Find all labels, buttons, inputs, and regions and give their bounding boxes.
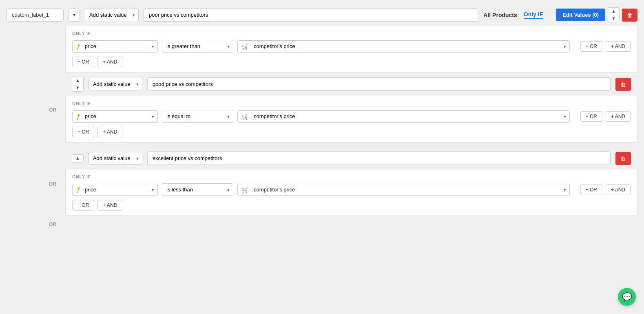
reorder-up-1[interactable]: ▲ bbox=[72, 77, 83, 84]
or-button-1[interactable]: + OR bbox=[72, 57, 94, 67]
condition-val-wrapper-1: 🛒 competitor's price bbox=[237, 40, 570, 53]
reorder-group-top: ▲ ▼ bbox=[608, 7, 620, 22]
value-input-1[interactable] bbox=[144, 8, 478, 22]
delete-btn-2[interactable]: 🗑 bbox=[615, 152, 631, 165]
chat-button[interactable]: 💬 bbox=[618, 288, 636, 306]
f-icon-2: ƒ bbox=[77, 113, 80, 120]
or-button-inline-3[interactable]: + OR bbox=[580, 184, 602, 195]
only-if-label-3: ONLY IF bbox=[72, 174, 631, 179]
or-button-3[interactable]: + OR bbox=[72, 200, 94, 211]
or-label-2: OR bbox=[46, 180, 59, 188]
f-icon-1: ƒ bbox=[77, 43, 80, 50]
field-dropdown-btn[interactable]: ▾ bbox=[69, 9, 80, 22]
top-right-actions: Edit Values (0) ▲ ▼ 🗑 bbox=[556, 7, 637, 22]
condition-row-3: ƒ price is less than is equal to is grea… bbox=[72, 183, 631, 196]
condition-field-select-1[interactable]: price bbox=[83, 43, 153, 49]
chat-icon: 💬 bbox=[622, 292, 632, 302]
value-type-select[interactable]: Add static value bbox=[85, 9, 138, 21]
condition-val-wrapper-2: 🛒 competitor's price bbox=[237, 110, 570, 123]
bottom-or-row: OR bbox=[0, 221, 644, 228]
value-input-2[interactable] bbox=[147, 77, 611, 91]
bottom-or-connector: OR bbox=[0, 221, 65, 228]
f-icon-3: ƒ bbox=[77, 187, 80, 193]
or-button-inline-1[interactable]: + OR bbox=[580, 41, 602, 52]
or-connector-1: OR bbox=[0, 72, 65, 147]
condition-op-select-1[interactable]: is greater than is equal to is less than bbox=[162, 40, 212, 52]
only-if-label-2: ONLY IF bbox=[72, 101, 631, 106]
or-and-buttons-right-3: + OR + AND bbox=[580, 184, 631, 195]
bottom-or-label: OR bbox=[46, 221, 59, 228]
condition-row-1: ƒ price is greater than is equal to is l… bbox=[72, 40, 631, 53]
condition-field-wrapper-2: ƒ price bbox=[72, 110, 158, 123]
or-and-row-1: + OR + AND bbox=[72, 57, 631, 67]
only-if-block-3: ONLY IF ƒ price is less than is equal to… bbox=[65, 169, 637, 216]
condition-op-wrapper-3: is less than is equal to is greater than bbox=[162, 183, 233, 196]
condition-field-select-2[interactable]: price bbox=[83, 113, 153, 119]
or-group-2-content: ▲ ▼ Add static value 🗑 ONLY IF ƒ bbox=[65, 147, 644, 221]
cart-icon-3: 🛒 bbox=[242, 187, 249, 193]
condition-val-wrapper-3: 🛒 competitor's price bbox=[237, 184, 570, 196]
and-button-2[interactable]: + AND bbox=[97, 127, 122, 137]
condition-val-select-3[interactable]: competitor's price bbox=[252, 187, 565, 193]
value-input-3[interactable] bbox=[147, 152, 611, 165]
value-type-select-wrapper: Add static value bbox=[85, 9, 139, 21]
or-group-2: OR ▲ ▼ Add static value 🗑 ONLY bbox=[0, 147, 644, 221]
or-label-1: OR bbox=[46, 106, 59, 114]
and-button-1[interactable]: + AND bbox=[97, 57, 122, 67]
reorder-down-btn[interactable]: ▼ bbox=[608, 15, 619, 22]
tab-only-if[interactable]: Only IF bbox=[524, 11, 543, 19]
condition-val-select-2[interactable]: competitor's price bbox=[252, 113, 565, 119]
or-group-1: OR ▲ ▼ Add static value 🗑 bbox=[0, 72, 644, 147]
or-and-row-3: + OR + AND bbox=[72, 200, 631, 211]
only-if-block-1: ONLY IF ƒ price is greater than is equal… bbox=[65, 26, 637, 72]
or-button-2[interactable]: + OR bbox=[72, 127, 94, 137]
condition-row-2: ƒ price is equal to is greater than is l… bbox=[72, 110, 631, 123]
reorder-group-2: ▲ ▼ bbox=[72, 154, 84, 162]
field-label: custom_label_1 bbox=[7, 8, 64, 22]
condition-op-select-3[interactable]: is less than is equal to is greater than bbox=[162, 184, 212, 195]
or-and-buttons-right-2: + OR + AND bbox=[580, 111, 631, 122]
delete-btn-1[interactable]: 🗑 bbox=[615, 78, 631, 91]
value-type-select-wrapper-1: Add static value bbox=[89, 78, 142, 90]
cart-icon-2: 🛒 bbox=[242, 113, 249, 120]
reorder-up-2[interactable]: ▲ bbox=[72, 155, 83, 162]
condition-op-wrapper-1: is greater than is equal to is less than bbox=[162, 40, 233, 53]
only-if-block-2: ONLY IF ƒ price is equal to is greater t… bbox=[65, 96, 637, 143]
delete-top-btn[interactable]: 🗑 bbox=[622, 9, 637, 22]
or-and-row-2: + OR + AND bbox=[72, 127, 631, 137]
value-type-select-1[interactable]: Add static value bbox=[89, 78, 142, 90]
condition-field-wrapper-3: ƒ price bbox=[72, 184, 158, 196]
and-button-inline-3[interactable]: + AND bbox=[606, 184, 631, 195]
and-button-inline-1[interactable]: + AND bbox=[606, 41, 631, 52]
reorder-group-1: ▲ ▼ bbox=[72, 77, 84, 92]
value-type-select-2[interactable]: Add static value bbox=[89, 152, 142, 164]
reorder-up-btn[interactable]: ▲ bbox=[608, 8, 619, 15]
cart-icon-1: 🛒 bbox=[242, 43, 249, 50]
condition-val-select-1[interactable]: competitor's price bbox=[252, 43, 565, 49]
condition-field-select-3[interactable]: price bbox=[83, 187, 153, 193]
edit-values-button[interactable]: Edit Values (0) bbox=[556, 9, 605, 21]
or-and-buttons-right-1: + OR + AND bbox=[580, 41, 631, 52]
value-type-select-wrapper-2: Add static value bbox=[89, 152, 142, 165]
reorder-down-1[interactable]: ▼ bbox=[72, 84, 83, 91]
condition-field-wrapper-1: ƒ price bbox=[72, 40, 158, 53]
tab-group: All Products Only IF bbox=[483, 11, 543, 19]
top-row: custom_label_1 ▾ Add static value All Pr… bbox=[0, 4, 644, 26]
tab-all-products[interactable]: All Products bbox=[483, 12, 517, 18]
condition-op-wrapper-2: is equal to is greater than is less than bbox=[162, 110, 233, 123]
or-connector-2: OR bbox=[0, 147, 65, 221]
and-button-3[interactable]: + AND bbox=[97, 200, 122, 211]
value-input-row-1: ▲ ▼ Add static value 🗑 bbox=[65, 72, 644, 96]
or-group-1-content: ▲ ▼ Add static value 🗑 ONLY IF ƒ bbox=[65, 72, 644, 147]
only-if-label-1: ONLY IF bbox=[72, 31, 631, 36]
and-button-inline-2[interactable]: + AND bbox=[606, 111, 631, 122]
or-button-inline-2[interactable]: + OR bbox=[580, 111, 602, 122]
value-input-row-2: ▲ ▼ Add static value 🗑 bbox=[65, 147, 644, 169]
condition-op-select-2[interactable]: is equal to is greater than is less than bbox=[162, 110, 212, 122]
main-container: custom_label_1 ▾ Add static value All Pr… bbox=[0, 0, 644, 314]
